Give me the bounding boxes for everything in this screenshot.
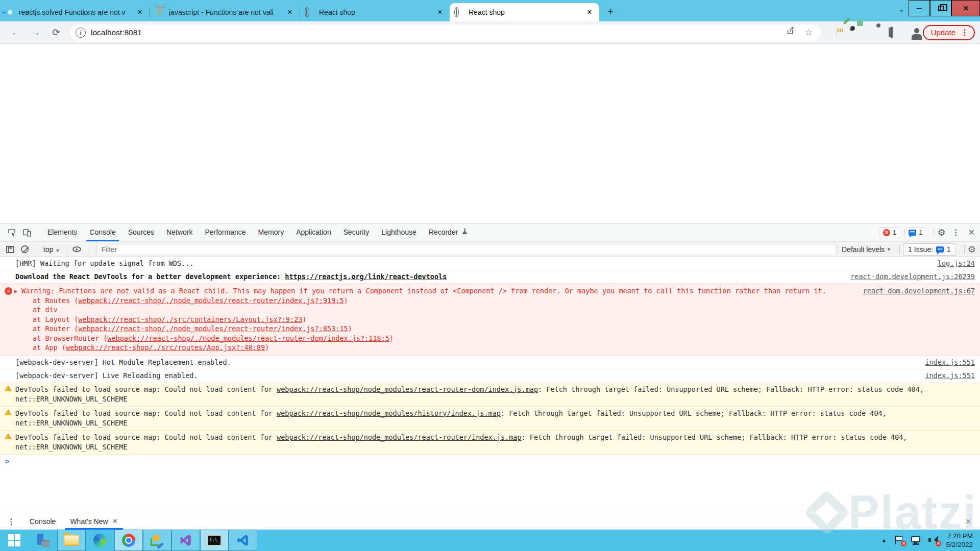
sql-tools-icon[interactable] [143, 530, 172, 551]
drawer-tab-whats-new[interactable]: What's New ✕ [63, 513, 125, 530]
colorpicker-extension-icon[interactable] [848, 26, 862, 39]
tab-react-shop-1[interactable]: React shop ✕ [300, 3, 450, 21]
network-icon[interactable] [911, 536, 921, 545]
date-text: 5/2/2022 [946, 540, 973, 549]
error-icon: ✕ [883, 229, 890, 236]
profile-avatar[interactable] [903, 26, 917, 39]
tray-expand-icon[interactable]: ▲ [881, 537, 887, 543]
source-link[interactable]: log.js:24 [938, 259, 975, 268]
devtools-tab-performance[interactable]: Performance [199, 223, 252, 241]
expand-caret-icon[interactable]: ▶ [14, 287, 17, 296]
tab-reactjs-search[interactable]: reactjs solved Functions are not v ✕ [0, 3, 150, 21]
source-link[interactable]: index.js:551 [925, 371, 975, 381]
devtools-tab-lighthouse[interactable]: Lighthouse [375, 223, 423, 241]
site-info-icon[interactable]: i [76, 28, 86, 38]
address-bar[interactable]: i localhost:8081 ☆ [70, 24, 821, 41]
devtools-tab-memory[interactable]: Memory [252, 223, 290, 241]
devtools-tab-recorder[interactable]: Recorder [423, 223, 474, 241]
drawer-kebab-icon[interactable]: ⋮ [7, 517, 15, 527]
devtools-close-icon[interactable]: ✕ [968, 228, 975, 237]
log-levels-dropdown[interactable]: Default levels▼ [842, 245, 891, 254]
update-label: Update [931, 28, 955, 37]
console-error-badge[interactable]: ✕ 1 [879, 227, 900, 238]
source-link[interactable]: react-dom.development.js:67 [863, 286, 975, 296]
devtools-tab-bar: Elements Console Sources Network Perform… [0, 223, 980, 242]
stack-frame: at Routes (webpack://react-shop/./node_m… [21, 296, 975, 306]
devtools-drawer: ⋮ Console What's New ✕ ✕ [0, 513, 980, 530]
chrome-update-button[interactable]: Update ⋮ [923, 25, 975, 40]
new-tab-button[interactable]: + [603, 5, 618, 19]
issues-counter-button[interactable]: 1 Issue: 1 [903, 243, 956, 256]
side-panel-icon[interactable] [885, 26, 898, 39]
stack-link[interactable]: webpack://react-shop/./node_modules/reac… [78, 296, 344, 305]
sourcemap-link[interactable]: webpack://react-shop/node_modules/react-… [277, 385, 538, 393]
volume-muted-icon[interactable]: ✕ [928, 536, 939, 545]
taskbar-clock[interactable]: 7:20 PM 5/2/2022 [946, 532, 973, 549]
sourcemap-link[interactable]: webpack://react-shop/node_modules/react-… [277, 433, 522, 441]
stack-frame: at BrowserRouter (webpack://react-shop/.… [21, 334, 975, 343]
chrome-icon[interactable] [114, 530, 143, 551]
console-messages: log.js:24 [HMR] Waiting for update signa… [0, 257, 980, 496]
edge-icon[interactable] [86, 530, 114, 551]
stack-link[interactable]: webpack://react-shop/./src/routes/App.js… [66, 343, 265, 352]
drawer-close-icon[interactable]: ✕ [965, 517, 972, 527]
tab-close-icon[interactable]: ✕ [135, 8, 144, 17]
stack-link[interactable]: webpack://react-shop/./node_modules/reac… [78, 324, 348, 333]
devtools-kebab-icon[interactable]: ⋮ [952, 228, 960, 237]
tab-javascript-question[interactable]: javascript - Functions are not vali ✕ [150, 3, 300, 21]
stack-link[interactable]: webpack://react-shop/./node_modules/reac… [107, 334, 389, 342]
console-filter-input[interactable] [96, 244, 837, 255]
bookmark-star-icon[interactable]: ☆ [802, 26, 816, 39]
stack-frame: at Layout (webpack://react-shop/./src/co… [21, 315, 975, 324]
extensions-puzzle-icon[interactable] [867, 26, 880, 39]
react-devtools-link[interactable]: https://reactjs.org/link/react-devtools [285, 272, 447, 281]
stack-link[interactable]: webpack://react-shop/./src/containers/La… [78, 315, 302, 323]
devtools-tab-application[interactable]: Application [290, 223, 337, 241]
devtools-tab-sources[interactable]: Sources [122, 223, 160, 241]
forward-icon[interactable]: → [28, 25, 43, 40]
inspect-element-icon[interactable] [5, 226, 18, 239]
warning-triangle-icon [5, 385, 12, 391]
url-text[interactable]: localhost:8081 [91, 28, 779, 37]
devtools-settings-gear-icon[interactable]: ⚙ [937, 227, 945, 238]
console-settings-gear-icon[interactable]: ⚙ [968, 244, 976, 255]
tab-close-icon[interactable]: ✕ [435, 8, 445, 17]
issues-badge[interactable]: 1 [904, 227, 926, 238]
log-react-devtools-download: react-dom.development.js:26239 Download … [0, 270, 980, 284]
back-icon[interactable]: ← [8, 25, 23, 40]
tab-react-shop-active[interactable]: React shop ✕ [450, 3, 599, 21]
devtools-tab-console[interactable]: Console [83, 223, 121, 241]
start-button[interactable] [0, 530, 29, 551]
restore-button[interactable] [930, 0, 951, 16]
tab-close-icon[interactable]: ✕ [285, 8, 295, 17]
share-icon[interactable] [784, 26, 797, 39]
source-link[interactable]: index.js:551 [925, 358, 975, 367]
devtools-tab-elements[interactable]: Elements [41, 223, 83, 241]
drawer-tab-close-icon[interactable]: ✕ [112, 513, 118, 530]
browser-menu-kebab-icon[interactable]: ⋮ [961, 28, 969, 37]
vscode-icon[interactable] [229, 530, 257, 551]
drawer-tab-console[interactable]: Console [22, 513, 63, 530]
tab-close-icon[interactable]: ✕ [585, 8, 594, 17]
console-sidebar-icon[interactable] [4, 243, 16, 256]
action-center-flag-icon[interactable]: ✕ [894, 536, 904, 545]
source-link[interactable]: react-dom.development.js:26239 [850, 272, 975, 282]
visual-studio-icon[interactable] [172, 530, 200, 551]
tab-title: javascript - Functions are not vali [169, 8, 285, 16]
tab-search-chevron-icon[interactable]: ⌄ [898, 5, 904, 13]
admin-tools-icon[interactable] [29, 530, 57, 551]
command-prompt-icon[interactable]: C:\_ [200, 530, 229, 551]
context-selector[interactable]: top▼ [43, 245, 60, 254]
extension-orange-icon[interactable] [830, 26, 843, 39]
device-toolbar-icon[interactable] [20, 226, 34, 239]
sourcemap-link[interactable]: webpack://react-shop/node_modules/histor… [277, 409, 501, 417]
devtools-tab-network[interactable]: Network [160, 223, 199, 241]
file-explorer-icon[interactable] [57, 530, 86, 551]
reload-icon[interactable]: ⟳ [48, 25, 64, 40]
eye-live-expression-icon[interactable] [70, 243, 83, 256]
console-prompt[interactable]: > [0, 455, 980, 461]
close-button[interactable]: ✕ [951, 0, 980, 16]
clear-console-icon[interactable] [18, 243, 31, 256]
devtools-tab-security[interactable]: Security [337, 223, 376, 241]
minimize-button[interactable]: ─ [909, 0, 930, 16]
